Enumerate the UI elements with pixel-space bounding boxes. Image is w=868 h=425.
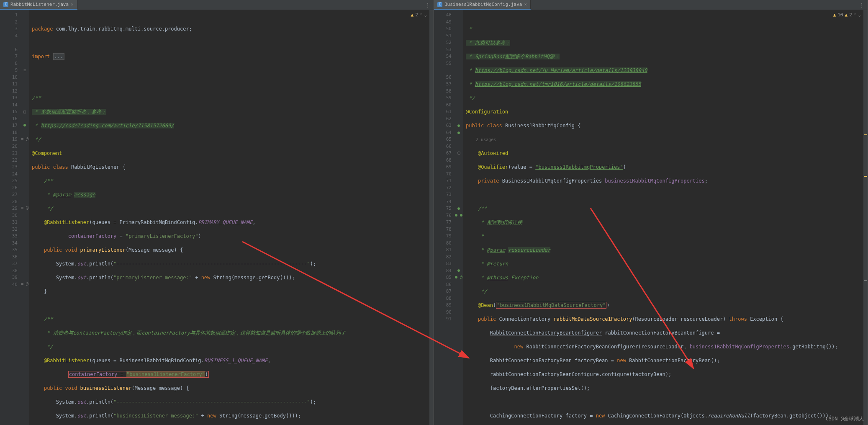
right-code[interactable]: ▲ 10 ▲ 2 ⌃ ⌄ * * 此类可以参考： * SpringBoot配置多… bbox=[463, 10, 868, 425]
warning-icon: ▲ bbox=[845, 12, 848, 19]
left-editor[interactable]: 1 2 3 4 6 7 8 9 10 11 12 13 14 15 16 17 … bbox=[0, 10, 434, 425]
left-gutter-marks: ≡ □ ● ≡ @ ≡ @ ≡ @ bbox=[20, 10, 29, 425]
warning-count-1: 10 bbox=[837, 12, 843, 19]
right-warnings[interactable]: ▲ 10 ▲ 2 ⌃ ⌄ bbox=[833, 12, 861, 19]
right-gutter-marks: ● ● ⬡ ● ● ● ● ● @ bbox=[454, 10, 463, 425]
java-class-icon: C bbox=[3, 2, 8, 7]
more-icon[interactable]: ⋮ bbox=[859, 2, 864, 8]
tab-label: Business1RabbitMqConfig.java bbox=[444, 2, 522, 7]
right-editor[interactable]: 48 49 50 51 52 53 54 55 56 57 58 59 60 6… bbox=[434, 10, 868, 425]
nav-down-icon[interactable]: ⌄ bbox=[858, 12, 861, 19]
left-pane: C RabbitMqListener.java × ⋮ 1 2 3 4 6 7 … bbox=[0, 0, 434, 425]
left-gutter: 1 2 3 4 6 7 8 9 10 11 12 13 14 15 16 17 … bbox=[0, 10, 20, 425]
tab-business1rabbitmqconfig[interactable]: C Business1RabbitMqConfig.java × bbox=[434, 0, 531, 10]
warning-count-2: 2 bbox=[849, 12, 852, 19]
warning-icon: ▲ bbox=[833, 12, 836, 19]
warning-count: 2 bbox=[415, 12, 418, 19]
nav-up-icon[interactable]: ⌃ bbox=[420, 12, 423, 19]
right-gutter: 48 49 50 51 52 53 54 55 56 57 58 59 60 6… bbox=[434, 10, 454, 425]
right-pane: C Business1RabbitMqConfig.java × ⋮ 48 49… bbox=[434, 0, 868, 425]
nav-down-icon[interactable]: ⌄ bbox=[424, 12, 427, 19]
right-tab-bar: C Business1RabbitMqConfig.java × ⋮ bbox=[434, 0, 868, 10]
tab-label: RabbitMqListener.java bbox=[10, 2, 69, 7]
left-tab-bar: C RabbitMqListener.java × ⋮ bbox=[0, 0, 434, 10]
more-icon[interactable]: ⋮ bbox=[425, 2, 430, 8]
right-scrollbar[interactable] bbox=[863, 10, 868, 425]
close-icon[interactable]: × bbox=[524, 2, 527, 7]
tab-actions: ⋮ bbox=[859, 2, 868, 8]
close-icon[interactable]: × bbox=[71, 2, 74, 7]
left-scrollbar[interactable] bbox=[429, 10, 434, 425]
left-code[interactable]: ▲ 2 ⌃ ⌄ package com.lhy.train.rabbitmq.m… bbox=[29, 10, 434, 425]
watermark: CSDN @全球潮人 bbox=[826, 415, 864, 422]
tab-rabbitmqlistener[interactable]: C RabbitMqListener.java × bbox=[0, 0, 77, 10]
java-class-icon: C bbox=[437, 2, 442, 7]
split-editor: C RabbitMqListener.java × ⋮ 1 2 3 4 6 7 … bbox=[0, 0, 868, 425]
left-warnings[interactable]: ▲ 2 ⌃ ⌄ bbox=[411, 12, 427, 19]
warning-icon: ▲ bbox=[411, 12, 414, 19]
nav-up-icon[interactable]: ⌃ bbox=[854, 12, 857, 19]
tab-actions: ⋮ bbox=[425, 2, 434, 8]
